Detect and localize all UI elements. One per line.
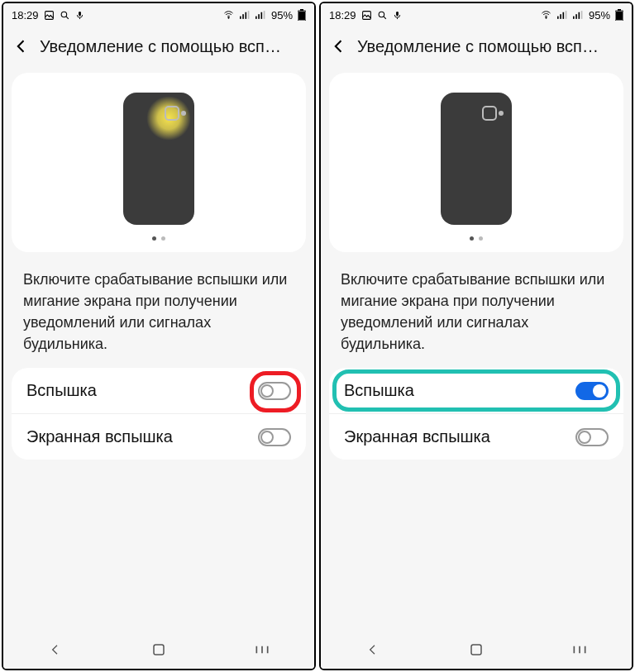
svg-rect-15 [154, 645, 164, 655]
battery-text: 95% [589, 9, 610, 21]
svg-rect-10 [260, 12, 262, 19]
gallery-icon [44, 10, 55, 21]
system-navbar [321, 631, 632, 669]
svg-point-20 [379, 12, 384, 17]
chevron-left-icon [13, 38, 30, 55]
status-time: 18:29 [329, 9, 356, 21]
wifi-icon [222, 10, 235, 20]
svg-rect-27 [573, 17, 575, 19]
system-navbar [3, 631, 314, 669]
description-text: Включите срабатывание вспышки или мигани… [329, 252, 623, 368]
svg-rect-2 [79, 11, 81, 15]
status-time: 18:29 [12, 9, 39, 21]
camera-icon [165, 106, 179, 121]
svg-rect-7 [248, 11, 250, 19]
status-bar: 18:29 95% [3, 3, 314, 26]
svg-rect-25 [562, 12, 564, 19]
svg-rect-33 [616, 12, 623, 20]
pager-dot [479, 236, 483, 241]
toggle-screen-flash[interactable] [575, 428, 609, 446]
signal-icon-2 [573, 10, 584, 20]
svg-rect-29 [578, 12, 580, 19]
setting-screen-flash[interactable]: Экранная вспышка [12, 413, 306, 460]
setting-label: Вспышка [26, 381, 97, 400]
status-bar: 18:29 95% [321, 3, 632, 26]
nav-recents-button[interactable] [237, 644, 287, 655]
signal-icon [240, 10, 251, 20]
svg-rect-30 [581, 11, 583, 19]
back-button[interactable] [329, 36, 349, 56]
search-icon [60, 10, 70, 21]
battery-icon [298, 9, 306, 21]
svg-rect-28 [575, 14, 577, 19]
signal-icon [557, 10, 568, 20]
mic-icon [393, 10, 402, 21]
page-title: Уведомление с помощью всп… [40, 37, 306, 56]
mic-icon [75, 10, 84, 21]
settings-list: Вспышка Экранная вспышка [329, 368, 623, 460]
toggle-flash[interactable] [258, 382, 291, 400]
pager-dots[interactable] [470, 236, 483, 241]
wifi-icon [540, 10, 552, 20]
nav-back-button[interactable] [31, 643, 80, 656]
svg-rect-23 [557, 17, 559, 19]
nav-recents-button[interactable] [555, 644, 604, 655]
page-header: Уведомление с помощью всп… [3, 26, 314, 66]
svg-rect-4 [240, 17, 241, 19]
svg-point-1 [61, 12, 67, 17]
phone-illustration [123, 93, 194, 225]
pager-dot [152, 236, 156, 241]
svg-rect-5 [242, 14, 244, 19]
toggle-flash[interactable] [575, 382, 609, 400]
svg-rect-24 [560, 14, 561, 19]
preview-card [12, 73, 306, 252]
svg-rect-6 [245, 12, 246, 19]
nav-back-button[interactable] [348, 643, 398, 656]
svg-rect-11 [264, 11, 265, 19]
content-area: Включите срабатывание вспышки или мигани… [3, 66, 314, 631]
page-title: Уведомление с помощью всп… [357, 37, 623, 56]
svg-rect-8 [255, 17, 257, 19]
pager-dot [470, 236, 474, 241]
camera-icon [482, 106, 497, 121]
svg-rect-26 [566, 11, 567, 19]
setting-flash[interactable]: Вспышка [329, 368, 623, 413]
svg-rect-34 [471, 645, 481, 655]
svg-rect-21 [396, 11, 399, 15]
back-button[interactable] [12, 36, 31, 56]
setting-label: Экранная вспышка [344, 427, 490, 446]
svg-point-3 [228, 17, 230, 19]
camera-dot-icon [499, 111, 504, 116]
battery-icon [615, 9, 623, 21]
setting-label: Экранная вспышка [26, 427, 173, 446]
setting-label: Вспышка [344, 381, 414, 400]
svg-point-22 [546, 17, 547, 19]
signal-icon-2 [255, 10, 266, 20]
toggle-screen-flash[interactable] [258, 428, 291, 446]
nav-home-button[interactable] [134, 642, 184, 657]
phone-screen-right: 18:29 95% Уведомление с помощью всп… [319, 2, 633, 670]
description-text: Включите срабатывание вспышки или мигани… [12, 252, 306, 368]
battery-text: 95% [271, 9, 293, 21]
svg-rect-9 [258, 14, 260, 19]
settings-list: Вспышка Экранная вспышка [12, 368, 306, 460]
pager-dot [161, 236, 165, 241]
preview-card [329, 73, 623, 252]
gallery-icon [361, 10, 372, 21]
nav-home-button[interactable] [451, 642, 501, 657]
content-area: Включите срабатывание вспышки или мигани… [321, 66, 632, 631]
page-header: Уведомление с помощью всп… [321, 26, 632, 66]
phone-illustration [441, 93, 512, 225]
phone-screen-left: 18:29 95% Уведомление с помощью всп… [2, 2, 316, 670]
setting-screen-flash[interactable]: Экранная вспышка [329, 413, 623, 460]
chevron-left-icon [331, 38, 347, 55]
search-icon [377, 10, 388, 21]
pager-dots[interactable] [152, 236, 165, 241]
svg-rect-14 [298, 12, 305, 20]
camera-dot-icon [181, 111, 186, 116]
setting-flash[interactable]: Вспышка [12, 368, 306, 413]
